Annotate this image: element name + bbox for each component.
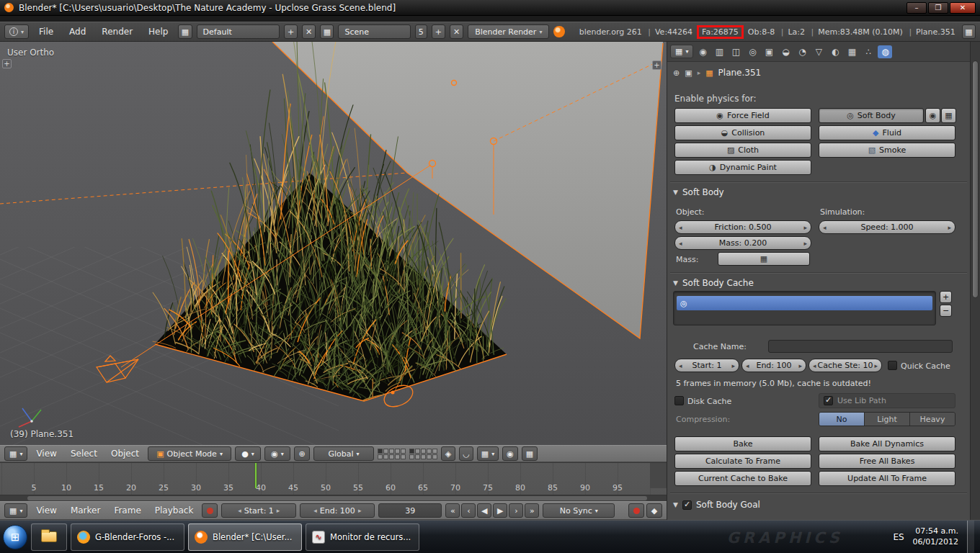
viewport-scene[interactable]	[0, 42, 667, 445]
layer-toggle[interactable]	[432, 454, 437, 459]
frame-start-field[interactable]: ◂ Start: 1 ▸	[221, 503, 296, 518]
layer-toggle[interactable]	[389, 454, 394, 459]
properties-scrollbar[interactable]	[970, 42, 980, 520]
layer-toggle[interactable]	[427, 454, 432, 459]
record-button[interactable]	[628, 503, 644, 518]
force-field-button[interactable]: ◉ Force Field	[674, 108, 811, 123]
cache-panel-header[interactable]: ▼ Soft Body Cache	[673, 278, 754, 288]
cache-name-input[interactable]	[768, 340, 953, 353]
calculate-to-frame-button[interactable]: Calculate To Frame	[674, 454, 811, 469]
layer-toggle[interactable]	[378, 454, 383, 459]
toolshelf-expand-button[interactable]: +	[2, 59, 12, 68]
decrement-icon[interactable]: ◂	[679, 362, 682, 369]
play-reverse-button[interactable]: ◀	[477, 503, 491, 518]
tab-object[interactable]: ▣	[762, 45, 776, 58]
render-engine-dropdown[interactable]: Blender Render ▾	[468, 24, 549, 39]
window-titlebar[interactable]: Blender* [C:\Users\usuario\Desktop\The N…	[0, 0, 980, 16]
fluid-button[interactable]: ◆ Fluid	[819, 125, 956, 140]
lock-to-scene-toggle[interactable]: ◈	[441, 446, 455, 461]
editor-type-button[interactable]: i ▾	[4, 24, 29, 39]
explorer-taskbar-button[interactable]	[31, 523, 67, 551]
clock[interactable]: 07:54 a.m. 06/01/2012	[913, 526, 958, 548]
free-all-bakes-button[interactable]: Free All Bakes	[819, 454, 956, 469]
goal-panel-header[interactable]: ▼ Soft Body Goal	[673, 500, 760, 510]
orientation-dropdown[interactable]: Global ▾	[313, 446, 374, 461]
editor-type-button[interactable]: ▦ ▾	[4, 503, 27, 518]
bake-button[interactable]: Bake	[674, 436, 811, 451]
layer-toggle[interactable]	[427, 449, 432, 454]
timeline-scrollbar-thumb[interactable]	[27, 496, 647, 500]
tab-particles[interactable]: ∴	[861, 45, 876, 58]
close-button[interactable]: ✕	[950, 2, 976, 14]
menu-frame[interactable]: Frame	[109, 505, 146, 516]
quick-cache-checkbox[interactable]	[888, 361, 897, 370]
soft-body-button[interactable]: ◎ Soft Body	[819, 108, 924, 123]
current-frame-marker[interactable]	[255, 463, 257, 488]
layer-toggle[interactable]	[378, 449, 383, 454]
menu-render[interactable]: Render	[96, 27, 138, 37]
timeline-editor[interactable]: 5 10 15 20 25 30 35 40 45 50 55 60 65 70…	[0, 462, 667, 501]
next-keyframe-button[interactable]: ›	[509, 503, 523, 518]
taskbar-app-blender[interactable]: Blender* [C:\User...	[188, 523, 302, 551]
compression-light[interactable]: Light	[865, 413, 910, 426]
goal-checkbox[interactable]	[682, 500, 692, 510]
timeline-scrollbar[interactable]	[0, 495, 667, 501]
layer-toggle[interactable]	[395, 454, 400, 459]
menu-view[interactable]: View	[31, 505, 61, 516]
render-opengl-anim-button[interactable]: ▦	[522, 446, 538, 461]
3d-viewport[interactable]: User Ortho (39) Plane.351 + +	[0, 42, 667, 445]
scene-field[interactable]: Scene	[338, 24, 410, 39]
layer-toggle[interactable]	[395, 449, 400, 454]
mode-dropdown[interactable]: ▣ Object Mode ▾	[148, 446, 231, 461]
layer-toggle[interactable]	[432, 449, 437, 454]
cache-add-button[interactable]: +	[940, 291, 952, 303]
cache-end-field[interactable]: ◂ End: 100 ▸	[741, 359, 806, 372]
object-icon[interactable]: ▣	[685, 68, 692, 78]
increment-icon[interactable]: ▸	[277, 507, 280, 514]
cache-start-field[interactable]: ◂ Start: 1 ▸	[674, 359, 739, 372]
menu-select[interactable]: Select	[66, 449, 102, 459]
layer-toggle[interactable]	[421, 449, 426, 454]
scene-add-button[interactable]: +	[432, 24, 445, 39]
layer-toggle[interactable]	[401, 449, 406, 454]
current-frame-field[interactable]: 39	[378, 503, 442, 518]
speed-slider[interactable]: ◂ Speed: 1.000 ▸	[819, 220, 956, 234]
tab-constraints[interactable]: ◒	[778, 45, 793, 58]
increment-icon[interactable]: ▸	[874, 362, 878, 369]
manipulator-toggle[interactable]: ⊕	[294, 446, 310, 461]
menu-marker[interactable]: Marker	[66, 505, 105, 516]
menu-playback[interactable]: Playback	[150, 505, 199, 516]
render-opengl-button[interactable]: ◉	[502, 446, 518, 461]
layer-toggle[interactable]	[389, 449, 394, 454]
decrement-icon[interactable]: ◂	[746, 362, 749, 369]
compression-heavy[interactable]: Heavy	[910, 413, 955, 426]
update-all-to-frame-button[interactable]: Update All To Frame	[819, 471, 956, 486]
layer-toggle[interactable]	[383, 454, 388, 459]
previous-keyframe-button[interactable]: ‹	[461, 503, 476, 518]
friction-slider[interactable]: ◂ Friction: 0.500 ▸	[674, 220, 811, 234]
decrement-icon[interactable]: ◂	[813, 362, 816, 369]
decrement-icon[interactable]: ◂	[313, 507, 317, 514]
collision-button[interactable]: ◒ Collision	[674, 125, 811, 140]
viewport-shading-dropdown[interactable]: ● ▾	[235, 446, 261, 461]
decrement-icon[interactable]: ◂	[238, 507, 241, 514]
increment-icon[interactable]: ▸	[731, 362, 735, 369]
jump-to-end-button[interactable]: »	[525, 503, 539, 518]
layer-toggle[interactable]	[415, 449, 420, 454]
breadcrumb-object-name[interactable]: Plane.351	[718, 68, 762, 78]
increment-icon[interactable]: ▸	[948, 224, 951, 231]
show-desktop-button[interactable]	[967, 521, 974, 553]
cache-remove-button[interactable]: −	[940, 305, 952, 317]
taskbar-app-firefox[interactable]: G-Blender-Foros -...	[71, 523, 184, 551]
screen-layout-add-button[interactable]: +	[284, 24, 298, 39]
cache-list-item[interactable]: ◎	[677, 296, 932, 310]
decrement-icon[interactable]: ◂	[679, 224, 682, 231]
properties-scrollbar-thumb[interactable]	[972, 60, 979, 298]
softbody-panel-header[interactable]: ▼ Soft Body	[673, 187, 724, 197]
play-button[interactable]: ▶	[493, 503, 507, 518]
pivot-dropdown[interactable]: ◉ ▾	[264, 446, 290, 461]
editor-type-button[interactable]: ▦ ▾	[670, 45, 693, 58]
pin-icon[interactable]: ⊕	[673, 68, 680, 78]
decrement-icon[interactable]: ◂	[679, 240, 682, 247]
scene-users-count[interactable]: 5	[415, 24, 427, 39]
